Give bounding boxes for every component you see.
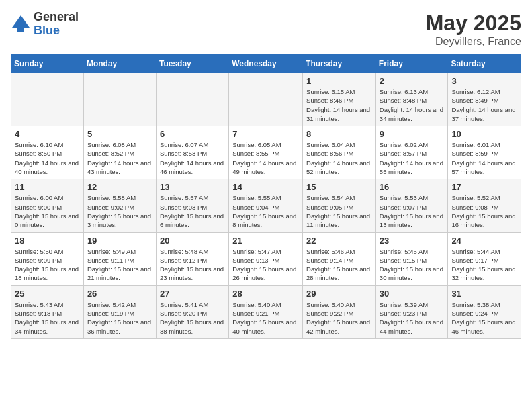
- day-number: 25: [15, 289, 80, 299]
- day-cell: [229, 73, 303, 126]
- logo: General Blue: [11, 11, 79, 38]
- day-cell: 21Sunrise: 5:47 AM Sunset: 9:13 PM Dayli…: [229, 232, 303, 285]
- day-info: Sunrise: 6:10 AM Sunset: 8:50 PM Dayligh…: [15, 140, 80, 176]
- day-number: 2: [380, 76, 445, 86]
- day-cell: 16Sunrise: 5:53 AM Sunset: 9:07 PM Dayli…: [375, 179, 448, 232]
- day-header-wednesday: Wednesday: [229, 55, 303, 73]
- day-number: 1: [306, 76, 372, 86]
- day-header-friday: Friday: [375, 55, 448, 73]
- day-number: 9: [380, 129, 445, 139]
- day-header-monday: Monday: [83, 55, 156, 73]
- day-cell: 8Sunrise: 6:04 AM Sunset: 8:56 PM Daylig…: [303, 126, 376, 179]
- logo-general: General: [34, 11, 79, 24]
- day-number: 22: [306, 236, 372, 246]
- day-info: Sunrise: 5:45 AM Sunset: 9:15 PM Dayligh…: [380, 247, 445, 283]
- month-title: May 2025: [426, 11, 521, 36]
- day-number: 6: [160, 129, 225, 139]
- day-number: 29: [306, 289, 372, 299]
- day-cell: 4Sunrise: 6:10 AM Sunset: 8:50 PM Daylig…: [11, 126, 84, 179]
- day-info: Sunrise: 5:58 AM Sunset: 9:02 PM Dayligh…: [87, 193, 152, 229]
- day-cell: 11Sunrise: 6:00 AM Sunset: 9:00 PM Dayli…: [11, 179, 84, 232]
- day-info: Sunrise: 5:57 AM Sunset: 9:03 PM Dayligh…: [160, 193, 225, 229]
- location: Deyvillers, France: [426, 36, 521, 48]
- day-number: 28: [232, 289, 299, 299]
- day-info: Sunrise: 5:43 AM Sunset: 9:18 PM Dayligh…: [15, 300, 80, 336]
- week-row-2: 4Sunrise: 6:10 AM Sunset: 8:50 PM Daylig…: [11, 126, 521, 179]
- day-info: Sunrise: 5:46 AM Sunset: 9:14 PM Dayligh…: [306, 247, 372, 283]
- day-number: 14: [232, 182, 299, 192]
- day-info: Sunrise: 6:13 AM Sunset: 8:48 PM Dayligh…: [380, 87, 445, 123]
- day-info: Sunrise: 5:41 AM Sunset: 9:20 PM Dayligh…: [160, 300, 225, 336]
- day-cell: 22Sunrise: 5:46 AM Sunset: 9:14 PM Dayli…: [303, 232, 376, 285]
- day-number: 10: [451, 129, 517, 139]
- day-info: Sunrise: 5:47 AM Sunset: 9:13 PM Dayligh…: [232, 247, 299, 283]
- day-cell: 30Sunrise: 5:39 AM Sunset: 9:23 PM Dayli…: [375, 285, 448, 338]
- logo-icon: [11, 14, 31, 34]
- day-number: 3: [451, 76, 517, 86]
- day-cell: [156, 73, 228, 126]
- day-info: Sunrise: 6:01 AM Sunset: 8:59 PM Dayligh…: [451, 140, 517, 176]
- day-number: 8: [306, 129, 372, 139]
- day-header-thursday: Thursday: [303, 55, 376, 73]
- day-info: Sunrise: 5:53 AM Sunset: 9:07 PM Dayligh…: [380, 193, 445, 229]
- day-number: 21: [232, 236, 299, 246]
- day-number: 17: [451, 182, 517, 192]
- day-info: Sunrise: 5:54 AM Sunset: 9:05 PM Dayligh…: [306, 193, 372, 229]
- day-info: Sunrise: 6:02 AM Sunset: 8:57 PM Dayligh…: [380, 140, 445, 176]
- day-info: Sunrise: 5:50 AM Sunset: 9:09 PM Dayligh…: [15, 247, 80, 283]
- day-number: 5: [87, 129, 152, 139]
- logo-blue: Blue: [34, 24, 79, 38]
- logo-text: General Blue: [34, 11, 79, 38]
- day-cell: 13Sunrise: 5:57 AM Sunset: 9:03 PM Dayli…: [156, 179, 228, 232]
- week-row-4: 18Sunrise: 5:50 AM Sunset: 9:09 PM Dayli…: [11, 232, 521, 285]
- day-header-tuesday: Tuesday: [156, 55, 228, 73]
- day-cell: 7Sunrise: 6:05 AM Sunset: 8:55 PM Daylig…: [229, 126, 303, 179]
- day-info: Sunrise: 6:04 AM Sunset: 8:56 PM Dayligh…: [306, 140, 372, 176]
- day-number: 16: [380, 182, 445, 192]
- day-info: Sunrise: 5:42 AM Sunset: 9:19 PM Dayligh…: [87, 300, 152, 336]
- day-info: Sunrise: 6:07 AM Sunset: 8:53 PM Dayligh…: [160, 140, 225, 176]
- day-info: Sunrise: 5:55 AM Sunset: 9:04 PM Dayligh…: [232, 193, 299, 229]
- day-cell: 3Sunrise: 6:12 AM Sunset: 8:49 PM Daylig…: [448, 73, 521, 126]
- day-cell: 12Sunrise: 5:58 AM Sunset: 9:02 PM Dayli…: [83, 179, 156, 232]
- day-number: 12: [87, 182, 152, 192]
- day-number: 30: [380, 289, 445, 299]
- day-number: 19: [87, 236, 152, 246]
- day-cell: 9Sunrise: 6:02 AM Sunset: 8:57 PM Daylig…: [375, 126, 448, 179]
- day-cell: 28Sunrise: 5:40 AM Sunset: 9:21 PM Dayli…: [229, 285, 303, 338]
- week-row-1: 1Sunrise: 6:15 AM Sunset: 8:46 PM Daylig…: [11, 73, 521, 126]
- calendar-header-row: SundayMondayTuesdayWednesdayThursdayFrid…: [11, 55, 521, 73]
- day-cell: 2Sunrise: 6:13 AM Sunset: 8:48 PM Daylig…: [375, 73, 448, 126]
- day-number: 26: [87, 289, 152, 299]
- day-info: Sunrise: 5:38 AM Sunset: 9:24 PM Dayligh…: [451, 300, 517, 336]
- week-row-3: 11Sunrise: 6:00 AM Sunset: 9:00 PM Dayli…: [11, 179, 521, 232]
- day-info: Sunrise: 5:40 AM Sunset: 9:22 PM Dayligh…: [306, 300, 372, 336]
- day-cell: 20Sunrise: 5:48 AM Sunset: 9:12 PM Dayli…: [156, 232, 228, 285]
- day-cell: 31Sunrise: 5:38 AM Sunset: 9:24 PM Dayli…: [448, 285, 521, 338]
- day-info: Sunrise: 5:48 AM Sunset: 9:12 PM Dayligh…: [160, 247, 225, 283]
- day-number: 7: [232, 129, 299, 139]
- title-block: May 2025 Deyvillers, France: [426, 11, 521, 48]
- day-cell: 24Sunrise: 5:44 AM Sunset: 9:17 PM Dayli…: [448, 232, 521, 285]
- day-info: Sunrise: 5:39 AM Sunset: 9:23 PM Dayligh…: [380, 300, 445, 336]
- day-info: Sunrise: 6:15 AM Sunset: 8:46 PM Dayligh…: [306, 87, 372, 123]
- day-number: 4: [15, 129, 80, 139]
- day-number: 20: [160, 236, 225, 246]
- day-info: Sunrise: 6:05 AM Sunset: 8:55 PM Dayligh…: [232, 140, 299, 176]
- day-cell: 18Sunrise: 5:50 AM Sunset: 9:09 PM Dayli…: [11, 232, 84, 285]
- day-number: 31: [451, 289, 517, 299]
- day-cell: 1Sunrise: 6:15 AM Sunset: 8:46 PM Daylig…: [303, 73, 376, 126]
- day-cell: 25Sunrise: 5:43 AM Sunset: 9:18 PM Dayli…: [11, 285, 84, 338]
- day-cell: 19Sunrise: 5:49 AM Sunset: 9:11 PM Dayli…: [83, 232, 156, 285]
- day-number: 15: [306, 182, 372, 192]
- day-cell: 15Sunrise: 5:54 AM Sunset: 9:05 PM Dayli…: [303, 179, 376, 232]
- day-info: Sunrise: 5:44 AM Sunset: 9:17 PM Dayligh…: [451, 247, 517, 283]
- day-number: 11: [15, 182, 80, 192]
- day-cell: 5Sunrise: 6:08 AM Sunset: 8:52 PM Daylig…: [83, 126, 156, 179]
- svg-marker-0: [12, 15, 30, 28]
- week-row-5: 25Sunrise: 5:43 AM Sunset: 9:18 PM Dayli…: [11, 285, 521, 338]
- svg-rect-1: [17, 28, 24, 32]
- day-info: Sunrise: 6:12 AM Sunset: 8:49 PM Dayligh…: [451, 87, 517, 123]
- day-info: Sunrise: 5:52 AM Sunset: 9:08 PM Dayligh…: [451, 193, 517, 229]
- day-cell: 6Sunrise: 6:07 AM Sunset: 8:53 PM Daylig…: [156, 126, 228, 179]
